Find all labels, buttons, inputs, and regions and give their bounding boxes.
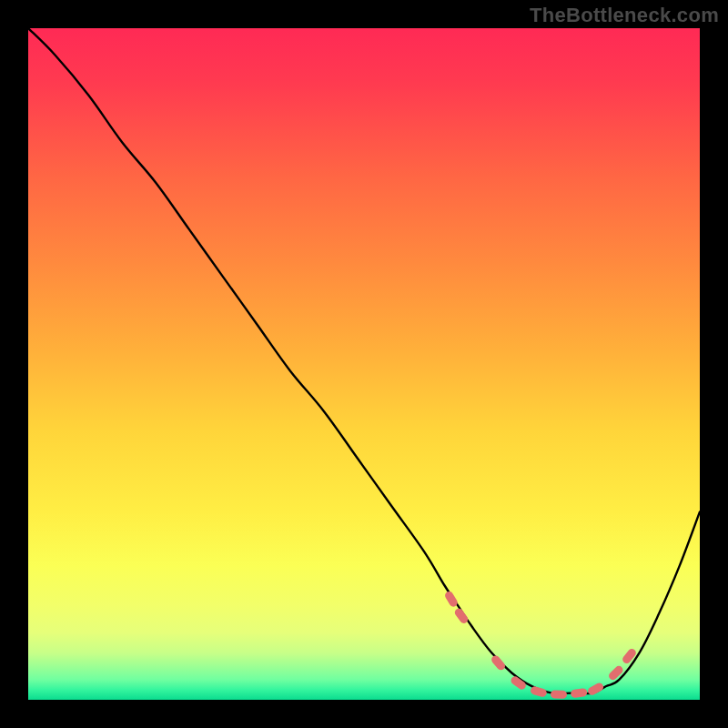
plot-area [28, 28, 700, 700]
curve-marker [530, 685, 548, 698]
curve-marker [621, 647, 637, 665]
curve-marker [607, 664, 624, 682]
curve-marker [453, 607, 470, 625]
watermark-text: TheBottleneck.com [530, 4, 719, 27]
curve-markers-group [443, 590, 637, 699]
bottleneck-curve-path [28, 28, 700, 693]
curve-marker [490, 654, 507, 672]
chart-frame: TheBottleneck.com [0, 0, 728, 728]
curve-layer [28, 28, 700, 693]
curve-marker [571, 688, 588, 699]
chart-svg [28, 28, 700, 700]
curve-marker [551, 690, 567, 699]
